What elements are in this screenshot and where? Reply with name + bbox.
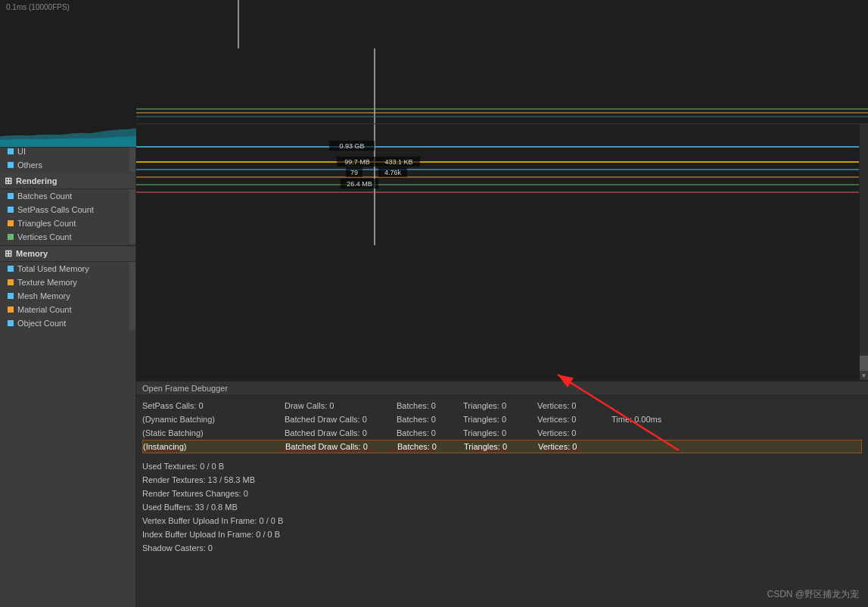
extra-stat-6: Shadow Casters: 0: [142, 541, 862, 555]
open-frame-debugger-link[interactable]: Open Frame Debugger: [136, 381, 868, 396]
memory-items-list: Total Used Memory Texture Memory Mesh Me…: [0, 262, 135, 330]
color-dot: [8, 220, 14, 226]
stat-label: Material Count: [17, 305, 72, 314]
resize-handle[interactable]: [129, 316, 135, 330]
stats-col4: Triangles: 0: [463, 401, 531, 410]
memory-item-mesh-memory[interactable]: Mesh Memory: [0, 289, 135, 303]
memory-item-object-count[interactable]: Object Count: [0, 316, 135, 330]
color-dot: [8, 234, 14, 240]
stats-col3: Batches: 0: [397, 415, 457, 424]
scroll-bar[interactable]: ▼: [859, 124, 868, 380]
rendering-icon: ⊞: [5, 176, 12, 186]
color-dot: [8, 279, 14, 285]
stat-label: SetPass Calls Count: [17, 205, 94, 214]
extra-stat-1: Render Textures: 13 / 58.3 MB: [142, 473, 862, 487]
stats-col1: (Instancing): [143, 442, 279, 451]
scroll-down-btn[interactable]: ▼: [860, 371, 868, 380]
resize-handle[interactable]: [129, 262, 135, 275]
stat-label: Object Count: [17, 319, 66, 328]
memory-item-texture-memory[interactable]: Texture Memory: [0, 275, 135, 289]
rendering-items-list: Batches Count SetPass Calls Count Triang…: [0, 189, 135, 244]
color-dot: [8, 148, 14, 154]
stats-col6: Time: 0.00ms: [611, 415, 862, 424]
stats-col2: Draw Calls: 0: [285, 401, 390, 410]
stat-label: Total Used Memory: [17, 264, 89, 273]
color-dot: [8, 293, 14, 299]
rendering-chart-svg: [136, 48, 868, 124]
stats-col5: Vertices: 0: [538, 442, 606, 451]
cpu-item-others[interactable]: Others: [0, 158, 135, 172]
right-panel: 0.1ms (10000FPS) 0.00ms 0.00ms 0.00ms: [136, 33, 868, 607]
rendering-item-triangles-count[interactable]: Triangles Count: [0, 216, 135, 230]
color-dot: [8, 162, 14, 168]
resize-handle[interactable]: [129, 189, 135, 203]
resize-handle[interactable]: [129, 216, 135, 230]
memory-section-header: ⊞ Memory: [0, 245, 135, 262]
rendering-section-header: ⊞ Rendering: [0, 173, 135, 189]
stats-col5: Vertices: 0: [537, 415, 605, 424]
stat-label: Triangles Count: [17, 219, 76, 228]
color-dot: [8, 207, 14, 213]
svg-text:99.7 MB: 99.7 MB: [344, 158, 370, 166]
stats-col5: Vertices: 0: [537, 428, 605, 437]
svg-text:0.93 GB: 0.93 GB: [339, 142, 364, 150]
scroll-thumb[interactable]: [860, 356, 868, 371]
resize-handle[interactable]: [129, 289, 135, 303]
resize-handle[interactable]: [129, 203, 135, 216]
color-dot: [8, 266, 14, 272]
stat-label: Others: [17, 160, 42, 170]
resize-handle[interactable]: [129, 158, 135, 172]
bottom-section: Open Frame Debugger SetPass Calls: 0 Dra…: [136, 380, 868, 607]
color-dot: [8, 307, 14, 313]
rendering-item-batches-count[interactable]: Batches Count: [0, 189, 135, 203]
stats-col4: Triangles: 0: [463, 428, 531, 437]
stat-label: UI: [17, 147, 26, 156]
rendering-item-vertices-count[interactable]: Vertices Count: [0, 230, 135, 244]
extra-stat-2: Render Textures Changes: 0: [142, 487, 862, 500]
color-dot: [8, 320, 14, 326]
rendering-item-setpass-calls-count[interactable]: SetPass Calls Count: [0, 203, 135, 216]
extra-stat-5: Index Buffer Upload In Frame: 0 / 0 B: [142, 528, 862, 541]
stat-label: Batches Count: [17, 191, 72, 201]
memory-icon: ⊞: [5, 248, 12, 259]
resize-handle[interactable]: [129, 275, 135, 289]
memory-item-material-count[interactable]: Material Count: [0, 303, 135, 316]
svg-text:79: 79: [350, 169, 358, 176]
memory-item-total-used-memory[interactable]: Total Used Memory: [0, 262, 135, 275]
stats-col2: Batched Draw Calls: 0: [285, 442, 391, 451]
main-container: ⊞ CPU Usage Rendering Scripts Physics An…: [0, 33, 868, 607]
extra-stat-4: Vertex Buffer Upload In Frame: 0 / 0 B: [142, 514, 862, 528]
extra-stats-container: Used Textures: 0 / 0 BRender Textures: 1…: [142, 459, 862, 555]
stat-label: Mesh Memory: [17, 291, 70, 300]
svg-text:4.76k: 4.76k: [384, 169, 402, 176]
memory-chart[interactable]: 0.93 GB 99.7 MB 433.1 KB 79 4.76k 26.4 M…: [136, 124, 868, 380]
stats-col2: Batched Draw Calls: 0: [285, 415, 390, 424]
stats-col1: (Static Batching): [142, 428, 278, 437]
extra-stat-3: Used Buffers: 33 / 0.8 MB: [142, 500, 862, 514]
stats-col3: Batches: 0: [397, 401, 457, 410]
stats-table: SetPass Calls: 0 Draw Calls: 0 Batches: …: [136, 396, 868, 456]
resize-handle[interactable]: [129, 230, 135, 244]
memory-chart-svg: 0.93 GB 99.7 MB 433.1 KB 79 4.76k 26.4 M…: [136, 124, 868, 245]
resize-handle[interactable]: [129, 303, 135, 316]
stats-row-1: (Dynamic Batching) Batched Draw Calls: 0…: [142, 412, 862, 426]
color-dot: [8, 193, 14, 199]
rendering-chart[interactable]: [136, 48, 868, 124]
stats-col4: Triangles: 0: [464, 442, 532, 451]
stats-rows-container: SetPass Calls: 0 Draw Calls: 0 Batches: …: [142, 399, 862, 453]
stats-col2: Batched Draw Calls: 0: [285, 428, 390, 437]
stats-col1: SetPass Calls: 0: [142, 401, 278, 410]
extra-stat-0: Used Textures: 0 / 0 B: [142, 459, 862, 473]
stats-row-2: (Static Batching) Batched Draw Calls: 0 …: [142, 426, 862, 440]
stat-label: Texture Memory: [17, 278, 77, 287]
stats-col3: Batches: 0: [397, 442, 458, 451]
svg-text:26.4 MB: 26.4 MB: [347, 180, 372, 188]
watermark: CSDN @野区捕龙为宠: [767, 588, 859, 601]
svg-text:433.1 KB: 433.1 KB: [384, 158, 412, 166]
stats-row-3[interactable]: (Instancing) Batched Draw Calls: 0 Batch…: [142, 440, 862, 453]
stats-col3: Batches: 0: [397, 428, 457, 437]
stats-col4: Triangles: 0: [463, 415, 531, 424]
stat-label: Vertices Count: [17, 232, 72, 241]
stats-col5: Vertices: 0: [537, 401, 605, 410]
extra-stats: Used Textures: 0 / 0 BRender Textures: 1…: [136, 456, 868, 558]
